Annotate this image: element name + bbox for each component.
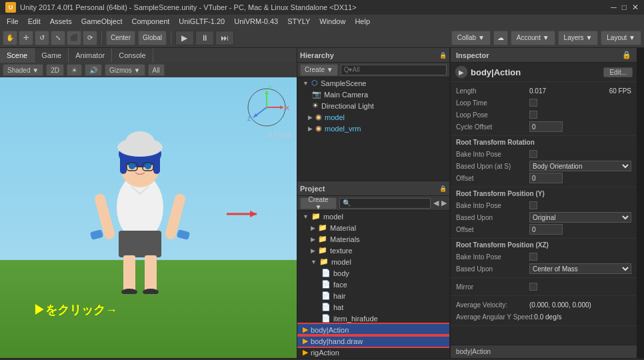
tab-animator[interactable]: Animator	[69, 48, 112, 63]
menu-univrm[interactable]: UniVRM-0.43	[230, 17, 282, 26]
project-nav-back[interactable]: ◀	[433, 199, 439, 207]
layers-dropdown[interactable]: Layers ▼	[558, 31, 599, 45]
project-create[interactable]: Create ▼	[300, 197, 337, 209]
rect-tool[interactable]: ⬛	[67, 31, 81, 45]
project-search[interactable]	[339, 198, 431, 209]
shaded-button[interactable]: Shaded ▼	[3, 64, 43, 76]
hierarchy-item-maincamera[interactable]: 📷 Main Camera	[297, 89, 449, 100]
mirror-label: Mirror	[456, 283, 529, 291]
edit-button[interactable]: Edit...	[603, 67, 633, 77]
menu-window[interactable]: Window	[315, 17, 349, 26]
proj-item-rig-action[interactable]: ▶ rigAction	[297, 347, 449, 358]
play-button[interactable]: ▶	[175, 31, 194, 45]
cycle-offset-input[interactable]	[529, 121, 563, 132]
rot-bake-checkbox[interactable]	[529, 150, 537, 158]
menu-help[interactable]: Help	[351, 17, 374, 26]
cloud-button[interactable]: ☁	[493, 31, 508, 45]
collab-button[interactable]: Collab ▼	[451, 31, 491, 45]
hierarchy-search[interactable]	[341, 65, 447, 75]
menu-gameobject[interactable]: GameObject	[77, 17, 127, 26]
item-label: model	[325, 113, 345, 121]
layout-dropdown[interactable]: Layout ▼	[601, 31, 641, 45]
proj-item-body-action[interactable]: ▶ body|Action	[297, 324, 449, 335]
2d-button[interactable]: 2D	[46, 64, 64, 76]
expand-arrow: ▶	[311, 236, 315, 243]
item-label: body|hand.draw	[311, 337, 363, 345]
move-tool[interactable]: ✛	[19, 31, 33, 45]
lights-button[interactable]: ☀	[67, 64, 82, 76]
proj-item-body-hand-draw[interactable]: ▶ body|hand.draw	[297, 335, 449, 347]
posy-offset-input[interactable]	[529, 224, 563, 235]
loop-pose-checkbox[interactable]	[529, 111, 537, 119]
hierarchy-lock[interactable]: 🔒	[439, 52, 447, 59]
gizmos-button[interactable]: Gizmos ▼	[105, 64, 145, 76]
rot-based-upon-select[interactable]: Body Orientation	[529, 161, 631, 171]
middle-column: Hierarchy 🔒 Create ▼ ▼ ⬡ SampleScene 📷 M…	[297, 48, 450, 358]
maximize-btn[interactable]: □	[622, 3, 627, 12]
loop-time-checkbox[interactable]	[529, 99, 537, 107]
menu-component[interactable]: Component	[127, 17, 173, 26]
proj-item-materials[interactable]: ▶ 📁 Materials	[297, 233, 449, 245]
global-button[interactable]: Global	[138, 31, 167, 45]
tab-scene[interactable]: Scene	[0, 48, 35, 63]
root-rotation-section: Root Transform Rotation Bake Into Pose B…	[451, 136, 637, 187]
proj-item-hat[interactable]: 📄 hat	[297, 301, 449, 313]
project-lock[interactable]: 🔒	[439, 185, 447, 192]
avg-velocity-row: Average Velocity: (0.000, 0.000, 0.000)	[456, 299, 631, 311]
menu-assets[interactable]: Assets	[46, 17, 76, 26]
rotate-tool[interactable]: ↺	[35, 31, 49, 45]
all-button[interactable]: All	[148, 64, 165, 76]
menu-edit[interactable]: Edit	[24, 17, 45, 26]
step-button[interactable]: ⏭	[215, 31, 234, 45]
proj-item-item-hirafude[interactable]: 📄 item_hirafude	[297, 313, 449, 324]
tab-console[interactable]: Console	[112, 48, 153, 63]
hierarchy-create[interactable]: Create ▼	[300, 64, 338, 76]
inspector-lock[interactable]: 🔒	[622, 51, 631, 59]
pause-button[interactable]: ⏸	[195, 31, 214, 45]
menu-unigltf[interactable]: UniGLTF-1.20	[175, 17, 229, 26]
project-nav-fwd[interactable]: ▶	[441, 199, 447, 207]
posxz-bake-checkbox[interactable]	[529, 253, 537, 261]
scene-view[interactable]: X Y Z ≡ Front ▶をクリック→	[0, 77, 297, 358]
svg-marker-33	[250, 211, 257, 217]
file-icon: 📄	[321, 303, 331, 311]
proj-item-face[interactable]: 📄 face	[297, 279, 449, 290]
menu-styly[interactable]: STYLY	[283, 17, 314, 26]
proj-item-body[interactable]: 📄 body	[297, 267, 449, 279]
angular-velocity-label: Average Angular Y Speed:	[456, 313, 534, 321]
transform-tool[interactable]: ⟳	[83, 31, 97, 45]
loop-pose-label: Loop Pose	[456, 111, 529, 119]
proj-item-material[interactable]: ▶ 📁 Material	[297, 222, 449, 233]
hierarchy-item-samplescene[interactable]: ▼ ⬡ SampleScene	[297, 77, 449, 89]
audio-button[interactable]: 🔊	[85, 64, 102, 76]
posy-based-upon-select[interactable]: Original	[529, 212, 631, 223]
posxz-based-upon-select[interactable]: Center of Mass	[529, 263, 631, 274]
proj-item-model-root[interactable]: ▼ 📁 model	[297, 211, 449, 222]
hand-tool[interactable]: ✋	[3, 31, 17, 45]
mirror-checkbox[interactable]	[529, 283, 537, 291]
minimize-btn[interactable]: ─	[611, 3, 617, 12]
rot-offset-input[interactable]	[529, 173, 563, 183]
inspector-title: Inspector	[456, 51, 489, 59]
center-button[interactable]: Center	[106, 31, 135, 45]
hierarchy-item-model[interactable]: ▶ ◉ model	[297, 111, 449, 123]
tab-game[interactable]: Game	[35, 48, 69, 63]
component-play-btn[interactable]: ▶	[455, 65, 468, 79]
account-dropdown[interactable]: Account ▼	[511, 31, 555, 45]
menu-file[interactable]: File	[3, 17, 23, 26]
svg-marker-27	[265, 91, 269, 94]
posy-bake-checkbox[interactable]	[529, 201, 537, 209]
svg-point-18	[145, 163, 151, 169]
folder-icon: 📁	[318, 246, 327, 255]
hierarchy-item-dirlight[interactable]: ☀ Directional Light	[297, 100, 449, 111]
hierarchy-item-model-vrm[interactable]: ▶ ◉ model_vrm	[297, 123, 449, 134]
gizmo-widget: X Y Z	[243, 84, 290, 131]
fps-value: 60 FPS	[609, 87, 631, 95]
loop-time-label: Loop Time	[456, 99, 529, 107]
proj-item-hair[interactable]: 📄 hair	[297, 290, 449, 301]
scale-tool[interactable]: ⤡	[51, 31, 65, 45]
close-btn[interactable]: ✕	[632, 3, 639, 12]
proj-item-model-sub[interactable]: ▼ 📁 model	[297, 256, 449, 267]
file-icon: 📄	[321, 280, 331, 289]
proj-item-texture[interactable]: ▶ 📁 texture	[297, 245, 449, 256]
